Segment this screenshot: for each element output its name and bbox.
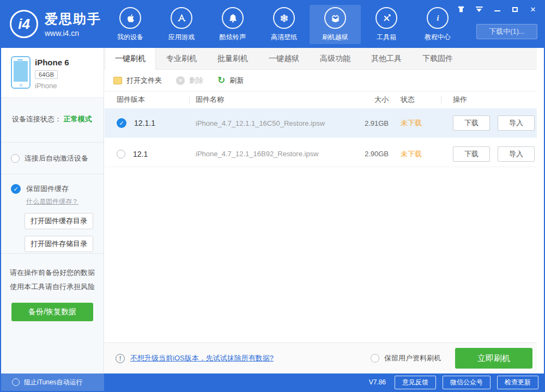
nav-label: 教程中心	[425, 33, 451, 42]
import-button[interactable]: 导入	[498, 115, 535, 131]
alert-icon: !	[116, 354, 125, 363]
block-itunes-radio[interactable]	[12, 378, 20, 386]
firmware-toolbar: 打开文件夹 ✕ 删除 ↻ 刷新	[105, 70, 537, 91]
tab-other-tools[interactable]: 其他工具	[361, 48, 412, 69]
firmware-name: iPhone_4.7_12.1.1_16C50_Restore.ipsw	[189, 119, 342, 127]
minimize-icon[interactable]	[493, 5, 501, 14]
keep-user-data-label: 保留用户资料刷机	[384, 353, 441, 363]
row-unselected-radio[interactable]	[117, 150, 125, 158]
col-actions: 操作	[441, 95, 537, 105]
flash-now-button[interactable]: 立即刷机	[455, 348, 532, 369]
firmware-cache-panel: ✓ 保留固件缓存 什么是固件缓存？ 打开固件缓存目录 打开固件存储目录	[1, 174, 104, 254]
cache-help-link[interactable]: 什么是固件缓存？	[26, 197, 104, 206]
col-size: 大小	[342, 95, 389, 105]
iphone-icon	[11, 56, 31, 89]
block-itunes-label: 阻止iTunes自动运行	[24, 378, 83, 387]
toolbox-icon	[376, 7, 397, 29]
bell-icon	[222, 7, 244, 29]
tab-one-key-flash[interactable]: 一键刷机	[105, 48, 156, 70]
app-window: i4 爱思助手 www.i4.cn 我的设备 应用游戏	[0, 0, 545, 392]
app-title: 爱思助手	[45, 10, 101, 28]
nav-label: 刷机越狱	[322, 33, 348, 42]
row-selected-radio[interactable]: ✓	[117, 118, 126, 128]
table-row[interactable]: ✓ 12.1.1 iPhone_4.7_12.1.1_16C50_Restore…	[105, 108, 537, 138]
sidebar: iPhone 6 64GB iPhone 设备连接状态： 正常模式 连接后自动激…	[1, 48, 104, 373]
device-model: iPhone	[35, 82, 69, 90]
refresh-button[interactable]: ↻ 刷新	[217, 76, 244, 85]
nav-tutorials[interactable]: i 教程中心	[412, 5, 463, 44]
main-menu-icon[interactable]	[475, 5, 483, 14]
nav-label: 高清壁纸	[271, 33, 297, 42]
firmware-name: iPhone_4.7_12.1_16B92_Restore.ipsw	[189, 150, 342, 158]
maximize-icon[interactable]	[511, 5, 519, 14]
nav-label: 我的设备	[117, 33, 143, 42]
open-cache-dir-button[interactable]: 打开固件缓存目录	[25, 213, 93, 229]
main-nav: 我的设备 应用游戏 酷炫铃声 高清壁纸	[105, 1, 463, 48]
header: i4 爱思助手 www.i4.cn 我的设备 应用游戏	[1, 1, 544, 48]
tab-one-key-jailbreak[interactable]: 一键越狱	[258, 48, 310, 69]
firmware-status: 未下载	[389, 149, 441, 159]
skin-icon[interactable]	[457, 5, 465, 14]
tab-advanced[interactable]: 高级功能	[310, 48, 361, 69]
open-folder-button[interactable]: 打开文件夹	[113, 76, 162, 85]
tab-pro-flash[interactable]: 专业刷机	[156, 48, 207, 69]
logo-i4-icon: i4	[10, 10, 38, 38]
empty-area	[105, 167, 537, 342]
auto-activate-label: 连接后自动激活设备	[25, 154, 88, 163]
table-row[interactable]: 12.1 iPhone_4.7_12.1_16B92_Restore.ipsw …	[105, 141, 537, 167]
warning-line-2: 使用本工具请自行承担风险	[1, 280, 104, 294]
backup-restore-button[interactable]: 备份/恢复数据	[11, 303, 93, 321]
nav-apps-games[interactable]: 应用游戏	[156, 5, 207, 44]
device-capacity-badge: 64GB	[35, 70, 58, 79]
tab-bar: 一键刷机 专业刷机 批量刷机 一键越狱 高级功能 其他工具 下载固件	[105, 48, 537, 70]
download-button[interactable]: 下载	[453, 115, 490, 131]
folder-icon	[113, 77, 122, 84]
delete-icon: ✕	[176, 76, 185, 85]
col-firmware-version: 固件版本	[105, 95, 189, 105]
firmware-size: 2.90GB	[342, 150, 389, 158]
window-controls: ✕	[457, 5, 537, 14]
auto-activate-option[interactable]: 连接后自动激活设备	[1, 143, 104, 174]
connection-status: 设备连接状态： 正常模式	[1, 98, 104, 143]
feedback-button[interactable]: 意见反馈	[395, 376, 436, 389]
device-panel: iPhone 6 64GB iPhone	[1, 48, 104, 98]
version-label: V7.86	[369, 378, 386, 386]
nav-toolbox[interactable]: 工具箱	[361, 5, 412, 44]
firmware-status: 未下载	[389, 118, 441, 128]
nav-label: 应用游戏	[168, 33, 195, 42]
nav-wallpapers[interactable]: 高清壁纸	[258, 5, 310, 44]
status-bar: 阻止iTunes自动运行 V7.86 意见反馈 微信公众号 检查更新	[1, 373, 544, 391]
download-button[interactable]: 下载	[453, 146, 490, 162]
keep-cache-label: 保留固件缓存	[26, 184, 69, 194]
keep-user-data-radio[interactable]	[371, 354, 379, 363]
delete-button[interactable]: ✕ 删除	[176, 76, 203, 85]
info-icon: i	[427, 7, 449, 29]
auto-activate-radio[interactable]	[11, 154, 20, 163]
nav-flash-jailbreak[interactable]: 刷机越狱	[310, 5, 361, 44]
appstore-icon	[171, 7, 192, 29]
import-button[interactable]: 导入	[498, 146, 535, 162]
tab-download-firmware[interactable]: 下载固件	[412, 48, 463, 69]
check-update-button[interactable]: 检查更新	[497, 376, 538, 389]
open-storage-dir-button[interactable]: 打开固件存储目录	[25, 236, 93, 252]
refresh-icon: ↻	[217, 76, 225, 85]
nav-ringtones[interactable]: 酷炫铃声	[207, 5, 258, 44]
device-name: iPhone 6	[35, 58, 69, 67]
flash-action-bar: ! 不想升级当前iOS版本，先试试抹除所有数据? 保留用户资料刷机 立即刷机	[105, 342, 537, 373]
keep-cache-checkbox[interactable]: ✓	[11, 184, 21, 194]
table-header: 固件版本 固件名称 大小 状态 操作	[105, 91, 537, 108]
nav-my-device[interactable]: 我的设备	[105, 5, 156, 44]
firmware-version: 12.1	[133, 150, 148, 158]
close-icon[interactable]: ✕	[529, 5, 537, 14]
downloading-button[interactable]: 下载中(1)...	[476, 24, 537, 39]
connection-value: 正常模式	[64, 115, 92, 123]
tab-batch-flash[interactable]: 批量刷机	[207, 48, 258, 69]
firmware-version: 12.1.1	[134, 119, 155, 127]
main-content: 一键刷机 专业刷机 批量刷机 一键越狱 高级功能 其他工具 下载固件 打开文件夹…	[105, 48, 544, 373]
erase-data-link[interactable]: 不想升级当前iOS版本，先试试抹除所有数据?	[130, 353, 274, 363]
apple-icon	[119, 7, 141, 29]
block-itunes-option[interactable]: 阻止iTunes自动运行	[1, 373, 104, 391]
wechat-account-button[interactable]: 微信公众号	[443, 376, 491, 389]
svg-text:i: i	[437, 14, 439, 22]
warning-line-1: 请在操作前备份好您的数据	[1, 266, 104, 280]
